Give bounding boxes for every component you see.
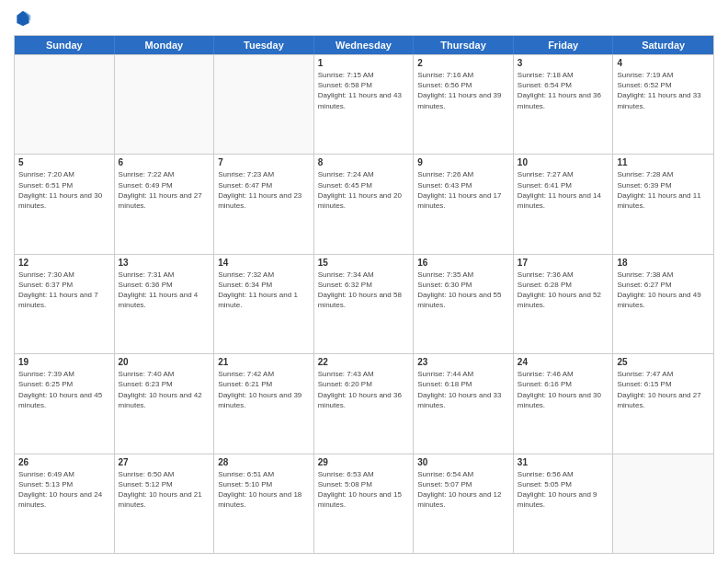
day-info: Sunrise: 6:51 AMSunset: 5:10 PMDaylight:… bbox=[218, 469, 310, 511]
day-cell-17: 17Sunrise: 7:36 AMSunset: 6:28 PMDayligh… bbox=[514, 255, 614, 353]
calendar-row-0: 1Sunrise: 7:15 AMSunset: 6:58 PMDaylight… bbox=[15, 54, 713, 154]
day-cell-18: 18Sunrise: 7:38 AMSunset: 6:27 PMDayligh… bbox=[613, 255, 713, 353]
calendar-header: SundayMondayTuesdayWednesdayThursdayFrid… bbox=[15, 36, 713, 54]
day-cell-5: 5Sunrise: 7:20 AMSunset: 6:51 PMDaylight… bbox=[15, 155, 115, 253]
day-info: Sunrise: 7:44 AMSunset: 6:18 PMDaylight:… bbox=[417, 369, 509, 410]
day-cell-3: 3Sunrise: 7:18 AMSunset: 6:54 PMDaylight… bbox=[514, 55, 614, 154]
day-cell-31: 31Sunrise: 6:56 AMSunset: 5:05 PMDayligh… bbox=[514, 454, 614, 553]
day-info: Sunrise: 7:36 AMSunset: 6:28 PMDaylight:… bbox=[518, 270, 609, 311]
day-number: 20 bbox=[119, 357, 210, 367]
day-cell-16: 16Sunrise: 7:35 AMSunset: 6:30 PMDayligh… bbox=[414, 255, 514, 353]
day-number: 21 bbox=[218, 357, 310, 367]
day-cell-12: 12Sunrise: 7:30 AMSunset: 6:37 PMDayligh… bbox=[15, 255, 115, 353]
day-info: Sunrise: 7:27 AMSunset: 6:41 PMDaylight:… bbox=[518, 169, 609, 211]
day-number: 6 bbox=[119, 157, 210, 167]
day-number: 27 bbox=[119, 457, 210, 467]
day-cell-empty-0-2 bbox=[214, 55, 314, 154]
calendar: SundayMondayTuesdayWednesdayThursdayFrid… bbox=[14, 35, 714, 554]
page: SundayMondayTuesdayWednesdayThursdayFrid… bbox=[0, 0, 728, 563]
day-info: Sunrise: 7:20 AMSunset: 6:51 PMDaylight:… bbox=[18, 169, 110, 211]
day-cell-24: 24Sunrise: 7:46 AMSunset: 6:16 PMDayligh… bbox=[514, 354, 614, 453]
day-cell-19: 19Sunrise: 7:39 AMSunset: 6:25 PMDayligh… bbox=[15, 354, 115, 453]
day-number: 7 bbox=[218, 157, 310, 167]
day-cell-empty-0-0 bbox=[15, 55, 115, 154]
day-cell-22: 22Sunrise: 7:43 AMSunset: 6:20 PMDayligh… bbox=[314, 354, 415, 453]
day-info: Sunrise: 7:30 AMSunset: 6:37 PMDaylight:… bbox=[18, 270, 110, 311]
day-info: Sunrise: 6:56 AMSunset: 5:05 PMDaylight:… bbox=[518, 469, 609, 511]
day-number: 14 bbox=[218, 258, 310, 268]
day-cell-20: 20Sunrise: 7:40 AMSunset: 6:23 PMDayligh… bbox=[115, 354, 215, 453]
day-cell-1: 1Sunrise: 7:15 AMSunset: 6:58 PMDaylight… bbox=[314, 55, 415, 154]
day-info: Sunrise: 7:34 AMSunset: 6:32 PMDaylight:… bbox=[318, 270, 410, 311]
day-info: Sunrise: 7:24 AMSunset: 6:45 PMDaylight:… bbox=[318, 169, 410, 211]
day-number: 10 bbox=[518, 157, 609, 167]
calendar-row-3: 19Sunrise: 7:39 AMSunset: 6:25 PMDayligh… bbox=[15, 353, 713, 453]
day-cell-26: 26Sunrise: 6:49 AMSunset: 5:13 PMDayligh… bbox=[15, 454, 115, 553]
day-info: Sunrise: 7:40 AMSunset: 6:23 PMDaylight:… bbox=[119, 369, 210, 410]
day-number: 16 bbox=[417, 258, 509, 268]
day-info: Sunrise: 7:35 AMSunset: 6:30 PMDaylight:… bbox=[417, 270, 509, 311]
day-number: 29 bbox=[318, 457, 410, 467]
day-number: 30 bbox=[417, 457, 509, 467]
day-number: 1 bbox=[318, 58, 410, 68]
day-number: 17 bbox=[518, 258, 609, 268]
day-number: 8 bbox=[318, 157, 410, 167]
day-info: Sunrise: 7:46 AMSunset: 6:16 PMDaylight:… bbox=[518, 369, 609, 410]
logo-icon bbox=[14, 9, 32, 28]
day-number: 12 bbox=[18, 258, 110, 268]
day-number: 4 bbox=[617, 58, 710, 68]
calendar-body: 1Sunrise: 7:15 AMSunset: 6:58 PMDaylight… bbox=[15, 54, 713, 553]
day-info: Sunrise: 6:49 AMSunset: 5:13 PMDaylight:… bbox=[18, 469, 110, 511]
day-number: 24 bbox=[518, 357, 609, 367]
day-number: 28 bbox=[218, 457, 310, 467]
day-info: Sunrise: 7:32 AMSunset: 6:34 PMDaylight:… bbox=[218, 270, 310, 311]
weekday-header-friday: Friday bbox=[514, 36, 614, 54]
day-info: Sunrise: 7:26 AMSunset: 6:43 PMDaylight:… bbox=[417, 169, 509, 211]
day-info: Sunrise: 7:28 AMSunset: 6:39 PMDaylight:… bbox=[617, 169, 710, 211]
day-cell-empty-4-6 bbox=[613, 454, 713, 553]
day-cell-28: 28Sunrise: 6:51 AMSunset: 5:10 PMDayligh… bbox=[214, 454, 314, 553]
logo bbox=[14, 9, 36, 28]
day-cell-29: 29Sunrise: 6:53 AMSunset: 5:08 PMDayligh… bbox=[314, 454, 415, 553]
day-info: Sunrise: 7:47 AMSunset: 6:15 PMDaylight:… bbox=[617, 369, 710, 410]
day-number: 22 bbox=[318, 357, 410, 367]
day-number: 9 bbox=[417, 157, 509, 167]
day-cell-2: 2Sunrise: 7:16 AMSunset: 6:56 PMDaylight… bbox=[414, 55, 514, 154]
day-info: Sunrise: 7:16 AMSunset: 6:56 PMDaylight:… bbox=[417, 70, 509, 111]
day-number: 26 bbox=[18, 457, 110, 467]
weekday-header-monday: Monday bbox=[115, 36, 215, 54]
day-number: 11 bbox=[617, 157, 710, 167]
day-info: Sunrise: 7:23 AMSunset: 6:47 PMDaylight:… bbox=[218, 169, 310, 211]
day-number: 2 bbox=[417, 58, 509, 68]
day-cell-9: 9Sunrise: 7:26 AMSunset: 6:43 PMDaylight… bbox=[414, 155, 514, 253]
day-number: 23 bbox=[417, 357, 509, 367]
day-cell-10: 10Sunrise: 7:27 AMSunset: 6:41 PMDayligh… bbox=[514, 155, 614, 253]
calendar-row-4: 26Sunrise: 6:49 AMSunset: 5:13 PMDayligh… bbox=[15, 454, 713, 553]
day-info: Sunrise: 6:53 AMSunset: 5:08 PMDaylight:… bbox=[318, 469, 410, 511]
day-info: Sunrise: 7:39 AMSunset: 6:25 PMDaylight:… bbox=[18, 369, 110, 410]
day-cell-21: 21Sunrise: 7:42 AMSunset: 6:21 PMDayligh… bbox=[214, 354, 314, 453]
day-cell-14: 14Sunrise: 7:32 AMSunset: 6:34 PMDayligh… bbox=[214, 255, 314, 353]
header bbox=[14, 9, 714, 28]
day-number: 3 bbox=[518, 58, 609, 68]
day-number: 31 bbox=[518, 457, 609, 467]
day-cell-11: 11Sunrise: 7:28 AMSunset: 6:39 PMDayligh… bbox=[613, 155, 713, 253]
day-info: Sunrise: 7:42 AMSunset: 6:21 PMDaylight:… bbox=[218, 369, 310, 410]
day-cell-23: 23Sunrise: 7:44 AMSunset: 6:18 PMDayligh… bbox=[414, 354, 514, 453]
weekday-header-thursday: Thursday bbox=[414, 36, 514, 54]
day-info: Sunrise: 7:18 AMSunset: 6:54 PMDaylight:… bbox=[518, 70, 609, 111]
day-info: Sunrise: 7:22 AMSunset: 6:49 PMDaylight:… bbox=[119, 169, 210, 211]
day-info: Sunrise: 7:15 AMSunset: 6:58 PMDaylight:… bbox=[318, 70, 410, 111]
day-cell-6: 6Sunrise: 7:22 AMSunset: 6:49 PMDaylight… bbox=[115, 155, 215, 253]
day-cell-13: 13Sunrise: 7:31 AMSunset: 6:36 PMDayligh… bbox=[115, 255, 215, 353]
day-cell-empty-0-1 bbox=[115, 55, 215, 154]
weekday-header-wednesday: Wednesday bbox=[314, 36, 415, 54]
day-cell-15: 15Sunrise: 7:34 AMSunset: 6:32 PMDayligh… bbox=[314, 255, 415, 353]
day-number: 19 bbox=[18, 357, 110, 367]
calendar-row-1: 5Sunrise: 7:20 AMSunset: 6:51 PMDaylight… bbox=[15, 154, 713, 253]
day-number: 18 bbox=[617, 258, 710, 268]
day-info: Sunrise: 6:50 AMSunset: 5:12 PMDaylight:… bbox=[119, 469, 210, 511]
day-number: 5 bbox=[18, 157, 110, 167]
day-number: 13 bbox=[119, 258, 210, 268]
day-number: 15 bbox=[318, 258, 410, 268]
